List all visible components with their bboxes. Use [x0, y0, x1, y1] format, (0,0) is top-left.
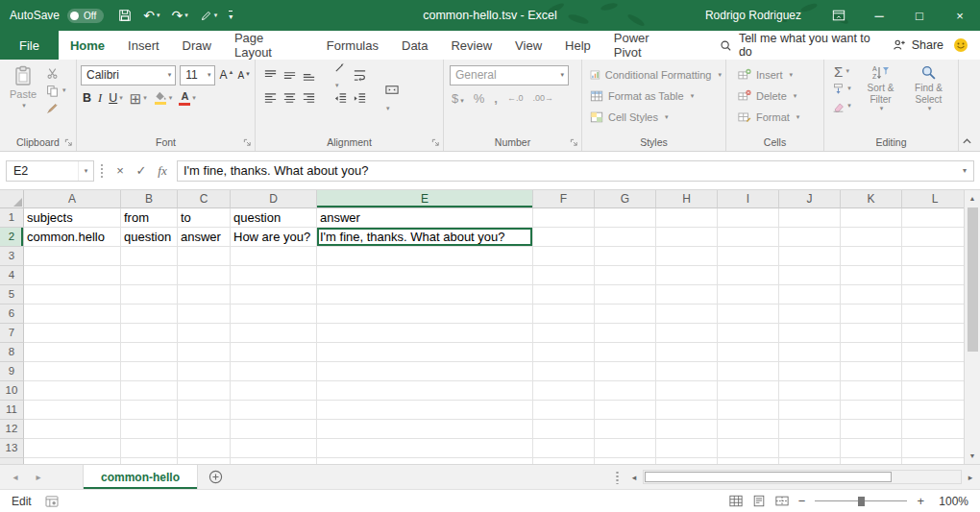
cell-L10[interactable]: [902, 381, 968, 401]
cell-K9[interactable]: [841, 362, 902, 381]
cell-D-filler[interactable]: [231, 458, 317, 464]
decrease-decimal-button[interactable]: .00→: [532, 93, 553, 103]
cell-A-filler[interactable]: [24, 458, 121, 464]
tab-home[interactable]: Home: [59, 31, 116, 60]
cell-J11[interactable]: [779, 401, 841, 420]
cell-L9[interactable]: [902, 362, 968, 381]
alignment-dialog-launcher[interactable]: [431, 138, 440, 147]
font-color-button[interactable]: A ▾: [179, 91, 196, 106]
increase-decimal-button[interactable]: ←.0: [507, 93, 524, 103]
minimize-button[interactable]: ─: [859, 0, 899, 31]
account-name[interactable]: Rodrigo Rodriguez: [705, 9, 801, 22]
vertical-scroll-thumb[interactable]: [968, 207, 978, 352]
horizontal-scroll-thumb[interactable]: [645, 472, 892, 482]
align-top-button[interactable]: [263, 68, 278, 83]
tab-insert[interactable]: Insert: [116, 31, 171, 60]
cell-A8[interactable]: [24, 343, 121, 362]
cell-E6[interactable]: [317, 305, 533, 324]
cell-H-filler[interactable]: [656, 458, 718, 464]
zoom-out-button[interactable]: −: [798, 494, 806, 508]
row-header-11[interactable]: 11: [0, 401, 24, 420]
cell-I4[interactable]: [718, 266, 779, 285]
page-break-view-button[interactable]: [775, 495, 789, 507]
cell-K4[interactable]: [841, 266, 902, 285]
align-middle-button[interactable]: [282, 68, 297, 83]
cell-H11[interactable]: [656, 401, 718, 420]
cell-C3[interactable]: [178, 247, 231, 266]
cell-L8[interactable]: [902, 343, 968, 362]
cell-D2[interactable]: How are you?: [231, 228, 317, 247]
cell-J4[interactable]: [779, 266, 841, 285]
cell-I12[interactable]: [718, 420, 779, 439]
cut-button[interactable]: [42, 64, 70, 82]
align-center-button[interactable]: [282, 91, 297, 106]
cell-G4[interactable]: [595, 266, 656, 285]
macro-record-button[interactable]: [45, 496, 59, 507]
scroll-right-button[interactable]: ▸: [963, 473, 978, 482]
decrease-indent-button[interactable]: [333, 91, 348, 106]
cell-K7[interactable]: [841, 324, 902, 343]
cell-A4[interactable]: [24, 266, 121, 285]
cell-G6[interactable]: [595, 305, 656, 324]
cell-A9[interactable]: [24, 362, 121, 381]
cell-E7[interactable]: [317, 324, 533, 343]
scroll-left-button[interactable]: ◂: [626, 473, 642, 482]
maximize-button[interactable]: □: [899, 0, 940, 31]
delete-cells-button[interactable]: Delete▾: [736, 86, 820, 105]
cell-K10[interactable]: [841, 381, 902, 401]
cell-H3[interactable]: [656, 247, 718, 266]
clear-button[interactable]: ▾: [828, 97, 855, 114]
cell-I11[interactable]: [718, 401, 779, 420]
tab-power-pivot[interactable]: Power Pivot: [602, 31, 691, 60]
cell-L11[interactable]: [902, 401, 968, 420]
cell-L1[interactable]: [902, 208, 968, 228]
decrease-font-size-button[interactable]: A▼: [237, 70, 251, 81]
cell-E3[interactable]: [317, 247, 533, 266]
cell-F9[interactable]: [533, 362, 595, 381]
cell-L5[interactable]: [902, 285, 968, 305]
cell-J1[interactable]: [779, 208, 841, 228]
cell-H2[interactable]: [656, 228, 718, 247]
row-header-12[interactable]: 12: [0, 420, 24, 439]
cell-H6[interactable]: [656, 305, 718, 324]
cell-L-filler[interactable]: [902, 458, 968, 464]
zoom-slider[interactable]: [815, 495, 907, 508]
autosave-toggle[interactable]: Off: [67, 9, 104, 23]
scroll-up-button[interactable]: ▲: [965, 190, 980, 207]
save-button[interactable]: [113, 3, 136, 28]
font-dialog-launcher[interactable]: [243, 138, 252, 147]
column-header-I[interactable]: I: [718, 190, 779, 208]
scroll-down-button[interactable]: ▼: [965, 448, 980, 464]
tab-file[interactable]: File: [0, 31, 59, 60]
cell-L4[interactable]: [902, 266, 968, 285]
cell-E12[interactable]: [317, 420, 533, 439]
zoom-level[interactable]: 100%: [934, 495, 968, 508]
cell-C10[interactable]: [178, 381, 231, 401]
column-header-J[interactable]: J: [779, 190, 841, 208]
cell-H9[interactable]: [656, 362, 718, 381]
cell-F1[interactable]: [533, 208, 595, 228]
comma-style-button[interactable]: ,: [494, 91, 498, 106]
cell-F7[interactable]: [533, 324, 595, 343]
cell-E5[interactable]: [317, 285, 533, 305]
cell-F4[interactable]: [533, 266, 595, 285]
cell-E13[interactable]: [317, 439, 533, 458]
select-all-corner[interactable]: [0, 190, 24, 208]
cell-J13[interactable]: [779, 439, 841, 458]
cell-C12[interactable]: [178, 420, 231, 439]
column-header-L[interactable]: L: [902, 190, 968, 208]
cell-J3[interactable]: [779, 247, 841, 266]
cell-D12[interactable]: [231, 420, 317, 439]
cell-A3[interactable]: [24, 247, 121, 266]
cell-B12[interactable]: [121, 420, 178, 439]
cell-I13[interactable]: [718, 439, 779, 458]
column-header-B[interactable]: B: [121, 190, 178, 208]
cell-H7[interactable]: [656, 324, 718, 343]
cell-L3[interactable]: [902, 247, 968, 266]
cell-B4[interactable]: [121, 266, 178, 285]
cell-H10[interactable]: [656, 381, 718, 401]
cell-C-filler[interactable]: [178, 458, 231, 464]
close-button[interactable]: ×: [940, 0, 980, 31]
sort-filter-button[interactable]: AZ Sort & Filter ▾: [858, 62, 903, 134]
bold-button[interactable]: B: [83, 91, 91, 105]
